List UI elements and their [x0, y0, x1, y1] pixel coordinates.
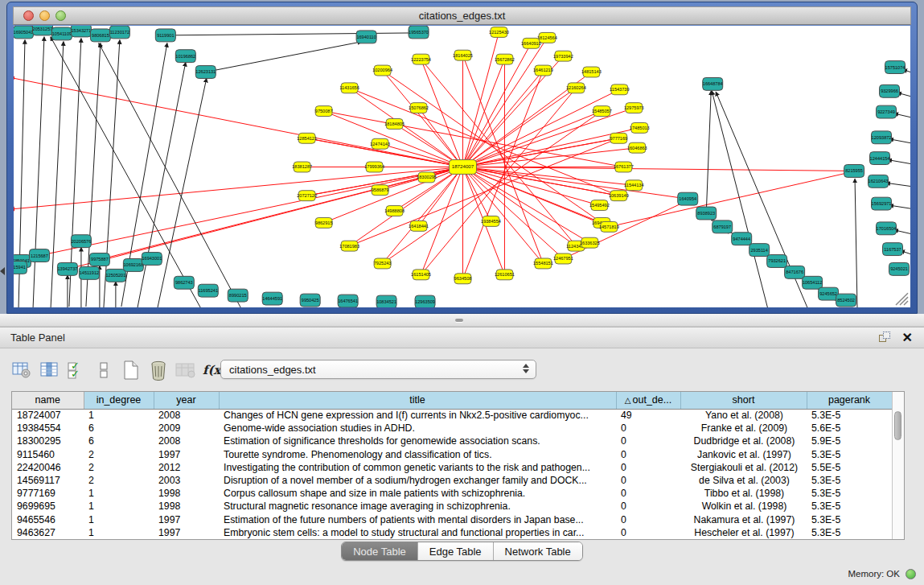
- table-cell-title[interactable]: Genome-wide association studies in ADHD.: [219, 422, 616, 435]
- graph-edge[interactable]: [14, 167, 462, 209]
- network-window[interactable]: citations_edges.txt 18724007167613779777…: [6, 2, 918, 314]
- scrollbar-thumb[interactable]: [894, 411, 901, 440]
- table-cell-year[interactable]: 1998: [154, 500, 219, 513]
- column-header-in_degree[interactable]: in_degree: [84, 392, 154, 409]
- table-cell-in_degree[interactable]: 1: [84, 500, 154, 513]
- table-cell-in_degree[interactable]: 2: [84, 461, 154, 474]
- table-cell-out_degree[interactable]: 0: [616, 500, 680, 513]
- table-cell-pagerank[interactable]: 5.3E-5: [807, 409, 892, 422]
- table-cell-in_degree[interactable]: 6: [84, 422, 154, 435]
- table-cell-out_degree[interactable]: 0: [616, 526, 680, 539]
- table-cell-out_degree[interactable]: 0: [616, 461, 680, 474]
- table-cell-pagerank[interactable]: 5.5E-5: [807, 461, 892, 474]
- table-cell-pagerank[interactable]: 5.9E-5: [807, 435, 892, 447]
- table-cell-year[interactable]: 1997: [154, 513, 219, 526]
- table-cell-out_degree[interactable]: 0: [616, 448, 680, 461]
- show-columns-icon[interactable]: [39, 360, 60, 381]
- graph-edge[interactable]: [158, 78, 207, 307]
- table-row[interactable]: 1456911722003Disruption of a novel membe…: [12, 474, 892, 487]
- table-cell-short[interactable]: Hescheler et al. (1997): [680, 526, 807, 539]
- table-cell-name[interactable]: 9463627: [12, 526, 84, 539]
- graph-edge[interactable]: [104, 40, 120, 307]
- new-column-icon[interactable]: [121, 360, 142, 381]
- table-cell-title[interactable]: Corpus callosum shape and size in male p…: [219, 487, 616, 500]
- close-icon[interactable]: ✕: [902, 332, 913, 344]
- table-cell-year[interactable]: 2009: [154, 422, 219, 435]
- table-cell-name[interactable]: 18300295: [12, 435, 84, 447]
- panel-splitter[interactable]: [0, 314, 924, 327]
- graph-edge[interactable]: [712, 91, 768, 307]
- table-row[interactable]: 946554611997Estimation of the future num…: [12, 513, 892, 526]
- table-cell-out_degree[interactable]: 0: [616, 474, 680, 487]
- table-row[interactable]: 1872400712008Changes of HCN gene express…: [12, 409, 892, 422]
- graph-edge[interactable]: [886, 183, 910, 187]
- graph-edge[interactable]: [421, 88, 577, 274]
- table-cell-title[interactable]: Embryonic stem cells: a model to study s…: [219, 526, 616, 539]
- table-scrollbar[interactable]: [892, 392, 904, 539]
- table-cell-short[interactable]: Nakamura et al. (1997): [680, 513, 807, 526]
- table-cell-in_degree[interactable]: 2: [84, 448, 154, 461]
- table-cell-pagerank[interactable]: 5.3E-5: [807, 500, 892, 513]
- table-cell-pagerank[interactable]: 5.3E-5: [807, 513, 892, 526]
- select-columns-icon[interactable]: ✓✓: [66, 360, 87, 381]
- table-cell-short[interactable]: Wolkin et al. (1998): [680, 500, 807, 513]
- table-cell-pagerank[interactable]: 5.3E-5: [807, 448, 892, 461]
- column-header-year[interactable]: year: [154, 392, 219, 409]
- network-canvas[interactable]: 1872400716761377977716915485057121602641…: [14, 26, 910, 307]
- graph-edge[interactable]: [462, 89, 619, 167]
- graph-edge[interactable]: [138, 63, 186, 307]
- table-cell-title[interactable]: Disruption of a novel member of a sodium…: [219, 474, 616, 487]
- table-cell-name[interactable]: 9465546: [12, 513, 84, 526]
- graph-edge[interactable]: [68, 167, 463, 269]
- graph-edge[interactable]: [99, 43, 242, 307]
- table-cell-out_degree[interactable]: 0: [616, 487, 680, 500]
- table-cell-title[interactable]: Investigating the contribution of common…: [219, 461, 616, 474]
- table-row[interactable]: 977716911998Corpus callosum shape and si…: [12, 487, 892, 500]
- table-row[interactable]: 969969511998Structural magnetic resonanc…: [12, 500, 892, 513]
- graph-edge[interactable]: [609, 171, 852, 226]
- float-window-icon[interactable]: [879, 332, 891, 344]
- table-cell-short[interactable]: Stergiakouli et al. (2012): [680, 461, 807, 474]
- graph-edge[interactable]: [350, 138, 619, 246]
- graph-edge[interactable]: [888, 160, 910, 165]
- table-row[interactable]: 2242004622012Investigating the contribut…: [12, 461, 892, 474]
- table-cell-in_degree[interactable]: 2: [84, 474, 154, 487]
- column-header-title[interactable]: title: [219, 392, 616, 409]
- table-row[interactable]: 1938455462009Genome-wide association stu…: [12, 422, 892, 435]
- table-cell-name[interactable]: 14569117: [12, 474, 84, 487]
- graph-edge[interactable]: [462, 167, 688, 199]
- table-cell-title[interactable]: Structural magnetic resonance image aver…: [219, 500, 616, 513]
- network-graph[interactable]: 1872400716761377977716915485057121602641…: [14, 26, 910, 307]
- tab-node-table[interactable]: Node Table: [342, 542, 418, 560]
- column-header-name[interactable]: name: [12, 392, 84, 409]
- graph-edge[interactable]: [462, 111, 602, 167]
- column-header-pagerank[interactable]: pagerank: [807, 392, 892, 409]
- table-cell-in_degree[interactable]: 6: [84, 435, 154, 447]
- graph-edge[interactable]: [889, 205, 910, 209]
- graph-edge[interactable]: [855, 179, 857, 307]
- graph-edge[interactable]: [350, 88, 463, 167]
- graph-edge[interactable]: [462, 108, 634, 167]
- network-window-titlebar[interactable]: citations_edges.txt: [13, 6, 911, 25]
- table-cell-year[interactable]: 2003: [154, 474, 219, 487]
- table-row[interactable]: 1830029562008Estimation of significance …: [12, 435, 892, 447]
- resize-grip-icon[interactable]: [896, 293, 908, 305]
- table-cell-name[interactable]: 9777169: [12, 487, 84, 500]
- table-cell-name[interactable]: 19384554: [12, 422, 84, 435]
- table-cell-title[interactable]: Estimation of significance thresholds fo…: [219, 435, 616, 447]
- table-cell-out_degree[interactable]: 0: [616, 513, 680, 526]
- column-header-out_degree[interactable]: △out_de...: [616, 392, 680, 409]
- table-cell-title[interactable]: Changes of HCN gene expression and I(f) …: [219, 409, 616, 422]
- delete-column-icon[interactable]: [148, 360, 169, 381]
- table-row[interactable]: 911546021997Tourette syndrome. Phenomeno…: [12, 448, 892, 461]
- table-cell-year[interactable]: 2008: [154, 435, 219, 447]
- table-cell-out_degree[interactable]: 0: [616, 435, 680, 447]
- table-cell-name[interactable]: 18724007: [12, 409, 84, 422]
- graph-edge[interactable]: [421, 60, 463, 167]
- graph-edge[interactable]: [421, 167, 463, 274]
- table-row[interactable]: 946362711997Embryonic stem cells: a mode…: [12, 526, 892, 539]
- tab-network-table[interactable]: Network Table: [494, 542, 582, 560]
- table-cell-year[interactable]: 2008: [154, 409, 219, 422]
- graph-edge[interactable]: [462, 71, 543, 167]
- table-cell-out_degree[interactable]: 0: [616, 422, 680, 435]
